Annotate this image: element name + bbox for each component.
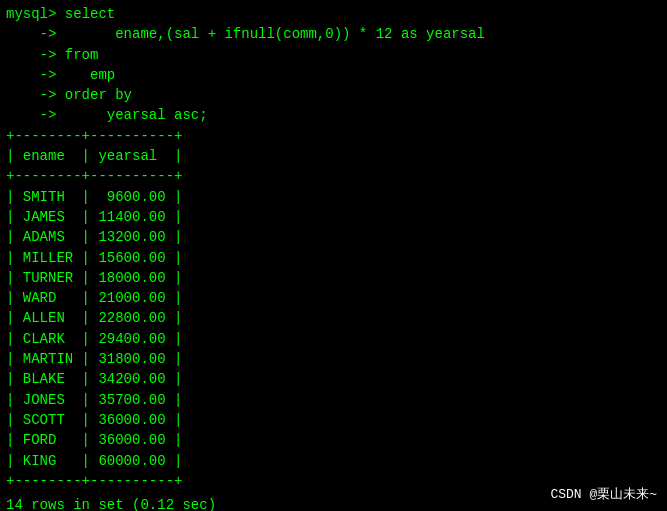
- command-block: mysql> select -> ename,(sal + ifnull(com…: [6, 4, 661, 491]
- prompt: mysql>: [6, 6, 56, 22]
- terminal-window: mysql> select -> ename,(sal + ifnull(com…: [0, 0, 667, 511]
- watermark: CSDN @栗山未来~: [550, 485, 657, 503]
